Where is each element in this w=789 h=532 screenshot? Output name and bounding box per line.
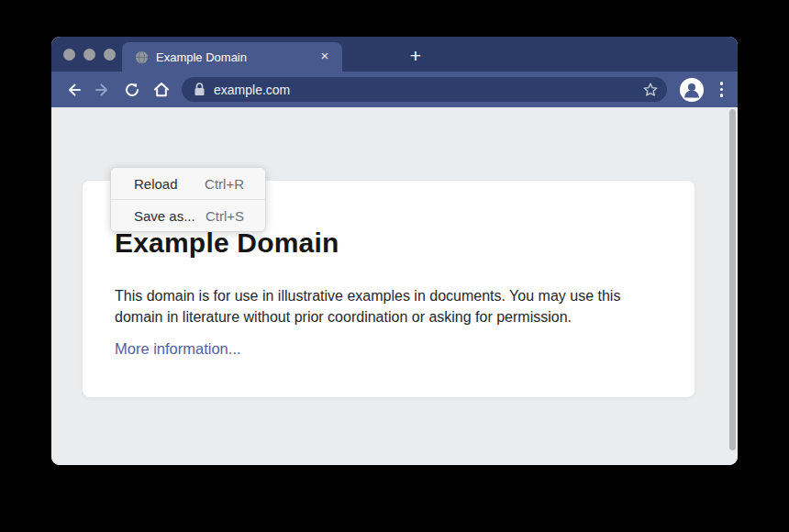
- page-viewport: Example Domain This domain is for use in…: [51, 107, 738, 465]
- arrow-right-icon: [94, 81, 112, 99]
- maximize-window-button[interactable]: [104, 49, 116, 61]
- menu-item-label: Save as...: [134, 208, 195, 224]
- tab-close-icon[interactable]: ×: [317, 49, 333, 65]
- browser-window: Example Domain × +: [51, 37, 738, 465]
- context-menu: Reload Ctrl+R Save as... Ctrl+S: [110, 167, 266, 232]
- globe-favicon-icon: [135, 50, 149, 64]
- browser-menu-button[interactable]: [717, 78, 728, 101]
- tab-example-domain[interactable]: Example Domain ×: [122, 42, 342, 72]
- menu-item-shortcut: Ctrl+S: [206, 208, 244, 224]
- menu-item-label: Reload: [134, 176, 178, 192]
- minimize-window-button[interactable]: [83, 49, 95, 61]
- tab-title: Example Domain: [156, 50, 317, 64]
- bookmark-star-icon[interactable]: [642, 82, 659, 98]
- new-tab-button[interactable]: +: [404, 44, 428, 68]
- reload-icon: [123, 81, 141, 99]
- lock-icon: [194, 83, 206, 96]
- profile-avatar-icon[interactable]: [680, 78, 704, 102]
- reload-button[interactable]: [117, 75, 147, 105]
- more-information-link[interactable]: More information...: [115, 340, 241, 358]
- traffic-lights: [63, 49, 116, 61]
- kebab-dot: [720, 94, 724, 97]
- arrow-left-icon: [64, 81, 83, 99]
- home-icon: [152, 81, 171, 99]
- url-text: example.com: [214, 83, 642, 97]
- page-paragraph: This domain is for use in illustrative e…: [115, 285, 661, 327]
- context-menu-item-save-as[interactable]: Save as... Ctrl+S: [111, 199, 265, 231]
- forward-button[interactable]: [88, 75, 117, 105]
- home-button[interactable]: [147, 75, 176, 105]
- vertical-scrollbar-thumb[interactable]: [729, 109, 736, 450]
- browser-toolbar: example.com: [51, 72, 738, 107]
- kebab-dot: [720, 82, 724, 85]
- kebab-dot: [720, 88, 724, 92]
- close-window-button[interactable]: [63, 49, 75, 61]
- address-bar[interactable]: example.com: [182, 77, 667, 102]
- title-bar: Example Domain × +: [51, 37, 738, 72]
- back-button[interactable]: [59, 75, 88, 105]
- context-menu-item-reload[interactable]: Reload Ctrl+R: [111, 168, 265, 199]
- menu-item-shortcut: Ctrl+R: [205, 176, 244, 192]
